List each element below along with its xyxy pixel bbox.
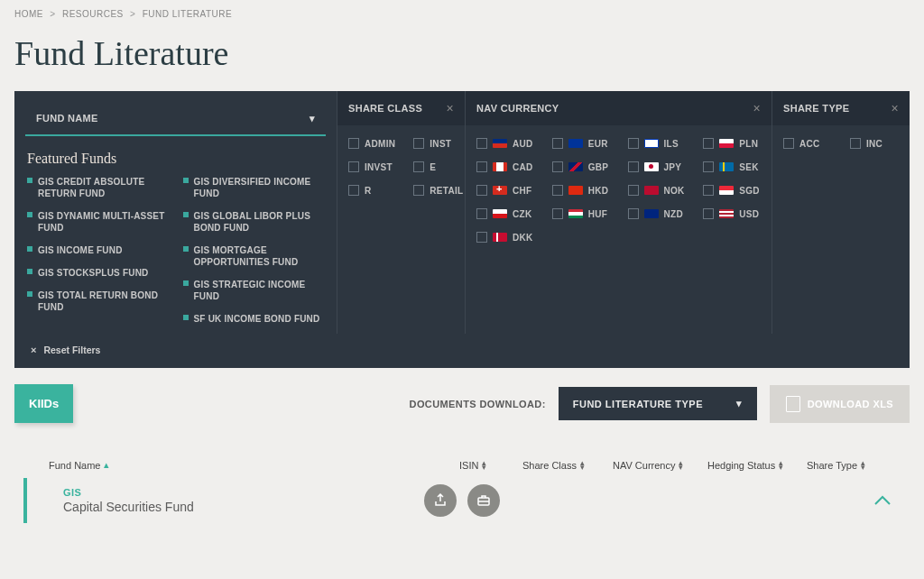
checkbox-inst[interactable]: INST <box>413 138 463 149</box>
checkbox-admin[interactable]: ADMIN <box>348 138 395 149</box>
nav-currency-header: NAV CURRENCY × <box>466 91 772 125</box>
checkbox-eur[interactable]: EUR <box>552 138 610 149</box>
th-share-type[interactable]: Share Type ▴▾ <box>807 460 888 471</box>
table-row[interactable]: GIS Capital Securities Fund <box>23 478 910 523</box>
flag-icon <box>719 209 734 218</box>
featured-fund-item[interactable]: GIS MORTGAGE OPPORTUNITIES FUND <box>183 244 325 268</box>
close-icon[interactable]: × <box>753 101 761 115</box>
chevron-down-icon: ▾ <box>310 113 315 124</box>
briefcase-icon-button[interactable] <box>467 484 500 517</box>
th-nav-currency[interactable]: NAV Currency ▴▾ <box>613 460 707 471</box>
nav-currency-header-label: NAV CURRENCY <box>476 103 559 114</box>
close-icon[interactable]: × <box>892 101 899 115</box>
share-icon <box>433 493 448 508</box>
share-icon-button[interactable] <box>424 484 457 517</box>
reset-filters-label: Reset Filters <box>43 345 100 355</box>
checkbox-inc[interactable]: INC <box>850 138 899 149</box>
checkbox-jpy[interactable]: JPY <box>628 161 686 172</box>
fund-literature-type-select[interactable]: FUND LITERATURE TYPE ▾ <box>559 387 757 420</box>
kiids-button[interactable]: KIIDs <box>14 384 73 423</box>
sort-icon: ▴▾ <box>779 461 783 471</box>
fund-name-header-label: FUND NAME <box>36 113 98 124</box>
checkbox-nok[interactable]: NOK <box>628 185 686 196</box>
checkbox-invst[interactable]: INVST <box>348 161 395 172</box>
close-icon[interactable]: × <box>447 101 454 115</box>
filter-nav-currency-column: NAV CURRENCY × AUD CAD CHF CZK DKK EUR G… <box>466 91 772 334</box>
checkbox-pln[interactable]: PLN <box>703 138 761 149</box>
share-type-header: SHARE TYPE × <box>772 91 910 125</box>
flag-icon <box>719 186 734 195</box>
flag-icon <box>644 162 659 171</box>
table-header-row: Fund Name ▴ ISIN ▴▾ Share Class ▴▾ NAV C… <box>0 423 924 478</box>
flag-icon <box>493 209 507 218</box>
checkbox-chf[interactable]: CHF <box>476 185 534 196</box>
featured-fund-item[interactable]: GIS DYNAMIC MULTI-ASSET FUND <box>27 210 169 234</box>
checkbox-hkd[interactable]: HKD <box>552 185 610 196</box>
featured-fund-item[interactable]: GIS CREDIT ABSOLUTE RETURN FUND <box>27 176 169 199</box>
checkbox-acc[interactable]: ACC <box>783 138 832 149</box>
featured-fund-item[interactable]: SF UK INCOME BOND FUND <box>183 313 325 325</box>
featured-fund-item[interactable]: GIS INCOME FUND <box>27 244 169 256</box>
briefcase-icon <box>476 493 491 508</box>
flag-icon <box>644 209 659 218</box>
flag-icon <box>568 186 583 195</box>
chevron-up-icon[interactable] <box>873 492 892 510</box>
featured-list-col1: GIS CREDIT ABSOLUTE RETURN FUND GIS DYNA… <box>27 176 169 325</box>
checkbox-sek[interactable]: SEK <box>703 161 761 172</box>
flag-icon <box>568 139 583 148</box>
reset-filters-button[interactable]: × Reset Filters <box>14 334 910 368</box>
featured-fund-item[interactable]: GIS TOTAL RETURN BOND FUND <box>27 290 169 313</box>
featured-fund-item[interactable]: GIS STRATEGIC INCOME FUND <box>183 279 325 302</box>
checkbox-nzd[interactable]: NZD <box>628 208 686 219</box>
documents-download-label: DOCUMENTS DOWNLOAD: <box>410 399 546 409</box>
checkbox-r[interactable]: R <box>348 185 395 196</box>
breadcrumb-sep: > <box>50 9 55 19</box>
featured-fund-item[interactable]: GIS DIVERSIFIED INCOME FUND <box>183 176 325 199</box>
th-isin[interactable]: ISIN ▴▾ <box>459 460 522 471</box>
chevron-down-icon: ▾ <box>736 398 743 409</box>
sort-icon: ▴▾ <box>482 461 486 471</box>
breadcrumb-resources[interactable]: RESOURCES <box>62 9 124 19</box>
sort-icon: ▴▾ <box>861 461 865 471</box>
checkbox-czk[interactable]: CZK <box>476 208 534 219</box>
share-class-header: SHARE CLASS × <box>337 91 465 125</box>
share-class-header-label: SHARE CLASS <box>348 103 422 114</box>
filter-panel: FUND NAME ▾ Featured Funds GIS CREDIT AB… <box>14 91 910 368</box>
download-xls-button[interactable]: DOWNLOAD XLS <box>770 385 910 423</box>
filter-share-class-column: SHARE CLASS × ADMIN INST INVST E R RETAI… <box>337 91 466 334</box>
flag-icon <box>493 186 507 195</box>
featured-funds-title: Featured Funds <box>27 151 324 167</box>
th-share-class[interactable]: Share Class ▴▾ <box>522 460 613 471</box>
download-xls-label: DOWNLOAD XLS <box>808 399 893 409</box>
checkbox-ils[interactable]: ILS <box>628 138 686 149</box>
th-fund-name[interactable]: Fund Name ▴ <box>49 459 459 471</box>
breadcrumb: HOME > RESOURCES > FUND LITERATURE <box>0 0 924 19</box>
breadcrumb-home[interactable]: HOME <box>14 9 43 19</box>
checkbox-cad[interactable]: CAD <box>476 161 534 172</box>
close-icon: × <box>31 345 36 355</box>
checkbox-sgd[interactable]: SGD <box>703 185 761 196</box>
checkbox-aud[interactable]: AUD <box>476 138 534 149</box>
flag-icon <box>719 139 734 148</box>
action-bar: KIIDs DOCUMENTS DOWNLOAD: FUND LITERATUR… <box>0 368 924 423</box>
file-icon <box>786 396 800 412</box>
checkbox-retail[interactable]: RETAIL <box>413 185 463 196</box>
checkbox-huf[interactable]: HUF <box>552 208 610 219</box>
checkbox-e[interactable]: E <box>413 161 463 172</box>
featured-fund-item[interactable]: GIS STOCKSPLUS FUND <box>27 267 169 279</box>
featured-fund-item[interactable]: GIS GLOBAL LIBOR PLUS BOND FUND <box>183 210 325 234</box>
flag-icon <box>719 162 734 171</box>
fund-lit-select-label: FUND LITERATURE TYPE <box>573 399 703 409</box>
breadcrumb-sep: > <box>130 9 135 19</box>
breadcrumb-current: FUND LITERATURE <box>143 9 233 19</box>
sort-icon: ▴▾ <box>580 461 585 471</box>
fund-name-dropdown[interactable]: FUND NAME ▾ <box>25 102 326 136</box>
page-title: Fund Literature <box>0 19 924 91</box>
sort-asc-icon: ▴ <box>104 459 109 471</box>
th-hedging-status[interactable]: Hedging Status ▴▾ <box>707 460 807 471</box>
checkbox-gbp[interactable]: GBP <box>552 161 610 172</box>
flag-icon <box>568 209 583 218</box>
checkbox-usd[interactable]: USD <box>703 208 761 219</box>
filter-share-type-column: SHARE TYPE × ACC INC <box>772 91 910 334</box>
checkbox-dkk[interactable]: DKK <box>476 232 534 243</box>
